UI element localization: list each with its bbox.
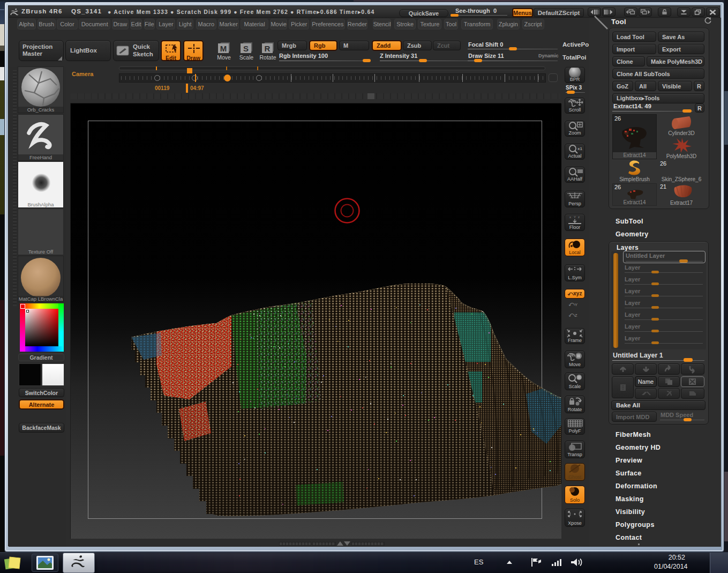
svg-text:Y: Y [574,215,576,219]
svg-text:M: M [220,44,227,53]
svg-text:z: z [578,215,580,219]
svg-text:S: S [243,44,249,53]
svg-text:R: R [265,44,271,53]
svg-text:x1: x1 [577,146,582,151]
svg-text:x: x [569,215,571,219]
